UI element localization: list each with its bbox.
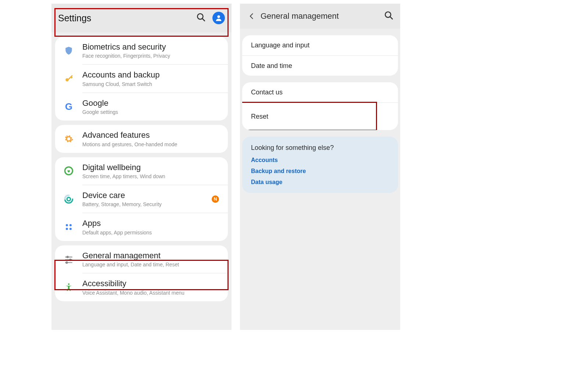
- row-advanced[interactable]: Advanced features Motions and gestures, …: [55, 125, 228, 152]
- row-label: Apps: [82, 219, 221, 228]
- row-google[interactable]: G Google Google settings: [55, 93, 228, 121]
- svg-point-6: [66, 224, 68, 226]
- gm-card: Contact us Reset: [242, 82, 398, 130]
- shield-icon: [61, 46, 76, 55]
- suggest-link-data[interactable]: Data usage: [251, 179, 389, 186]
- svg-line-18: [390, 17, 392, 19]
- settings-card: Advanced features Motions and gestures, …: [55, 125, 228, 152]
- row-label: Accessibility: [82, 279, 221, 288]
- settings-card: Biometrics and security Face recognition…: [55, 37, 228, 121]
- suggest-link-backup[interactable]: Backup and restore: [251, 168, 389, 175]
- row-label: Reset: [251, 113, 268, 121]
- row-label: Biometrics and security: [82, 42, 221, 52]
- row-sub: Face recognition, Fingerprints, Privacy: [82, 53, 221, 59]
- notification-badge: N: [212, 195, 219, 203]
- svg-line-1: [202, 18, 205, 21]
- svg-point-15: [66, 262, 67, 263]
- profile-avatar[interactable]: [212, 12, 225, 24]
- settings-card: General management Language and input, D…: [55, 245, 228, 301]
- search-icon[interactable]: [384, 11, 394, 22]
- gm-card: Language and input Date and time: [242, 35, 398, 76]
- suggest-head: Looking for something else?: [251, 144, 389, 152]
- google-icon: G: [61, 101, 76, 112]
- row-label: Google: [82, 98, 221, 108]
- row-label: Digital wellbeing: [82, 163, 221, 172]
- row-label: Contact us: [251, 89, 283, 96]
- suggest-card: Looking for something else? Accounts Bac…: [242, 137, 398, 193]
- settings-panel: Settings Biometrics and security Face re…: [51, 4, 232, 330]
- row-sub: Google settings: [82, 109, 221, 115]
- key-icon: [61, 74, 76, 83]
- row-label: Date and time: [251, 62, 292, 70]
- svg-point-5: [67, 197, 70, 201]
- apps-icon: [61, 223, 76, 231]
- row-reset[interactable]: Reset: [242, 103, 398, 130]
- gear-icon: [61, 134, 76, 144]
- row-sub: Default apps, App permissions: [82, 230, 221, 235]
- wellbeing-icon: [61, 166, 76, 176]
- svg-point-8: [66, 228, 68, 230]
- row-apps[interactable]: Apps Default apps, App permissions: [55, 213, 228, 241]
- general-management-panel: General management Language and input Da…: [240, 4, 400, 330]
- search-icon[interactable]: [196, 12, 206, 24]
- row-label: Language and input: [251, 42, 309, 49]
- row-label: General management: [82, 251, 221, 260]
- sliders-icon: [61, 254, 76, 264]
- row-language-input[interactable]: Language and input: [242, 35, 398, 55]
- row-label: Advanced features: [82, 130, 221, 140]
- row-sub: Language and input, Date and time, Reset: [82, 262, 221, 267]
- row-sub: Screen time, App timers, Wind down: [82, 173, 221, 179]
- row-label: Accounts and backup: [82, 70, 221, 80]
- gm-header: General management: [240, 4, 400, 29]
- row-label: Device care: [82, 191, 212, 200]
- suggest-link-accounts[interactable]: Accounts: [251, 157, 389, 163]
- settings-header: Settings: [51, 4, 232, 32]
- row-wellbeing[interactable]: Digital wellbeing Screen time, App timer…: [55, 157, 228, 185]
- row-accessibility[interactable]: Accessibility Voice Assistant, Mono audi…: [55, 273, 228, 301]
- row-date-time[interactable]: Date and time: [242, 55, 398, 76]
- row-accounts[interactable]: Accounts and backup Samsung Cloud, Smart…: [55, 65, 228, 92]
- settings-title: Settings: [58, 13, 196, 24]
- row-sub: Battery, Storage, Memory, Security: [82, 201, 212, 207]
- row-sub: Motions and gestures, One-handed mode: [82, 141, 221, 147]
- row-general-management[interactable]: General management Language and input, D…: [55, 245, 228, 273]
- device-care-icon: [61, 194, 76, 204]
- row-contact-us[interactable]: Contact us: [242, 82, 398, 103]
- settings-card: Digital wellbeing Screen time, App timer…: [55, 157, 228, 241]
- svg-point-9: [69, 228, 72, 230]
- svg-point-13: [69, 259, 71, 260]
- back-icon[interactable]: [247, 12, 257, 20]
- gm-title: General management: [261, 11, 384, 21]
- svg-point-11: [67, 256, 68, 258]
- svg-point-2: [217, 15, 220, 18]
- row-biometrics[interactable]: Biometrics and security Face recognition…: [55, 37, 228, 64]
- row-sub: Samsung Cloud, Smart Switch: [82, 81, 221, 87]
- svg-point-16: [68, 283, 69, 285]
- row-sub: Voice Assistant, Mono audio, Assistant m…: [82, 290, 221, 296]
- svg-point-7: [69, 224, 72, 226]
- accessibility-icon: [61, 283, 76, 292]
- row-device-care[interactable]: Device care Battery, Storage, Memory, Se…: [55, 185, 228, 213]
